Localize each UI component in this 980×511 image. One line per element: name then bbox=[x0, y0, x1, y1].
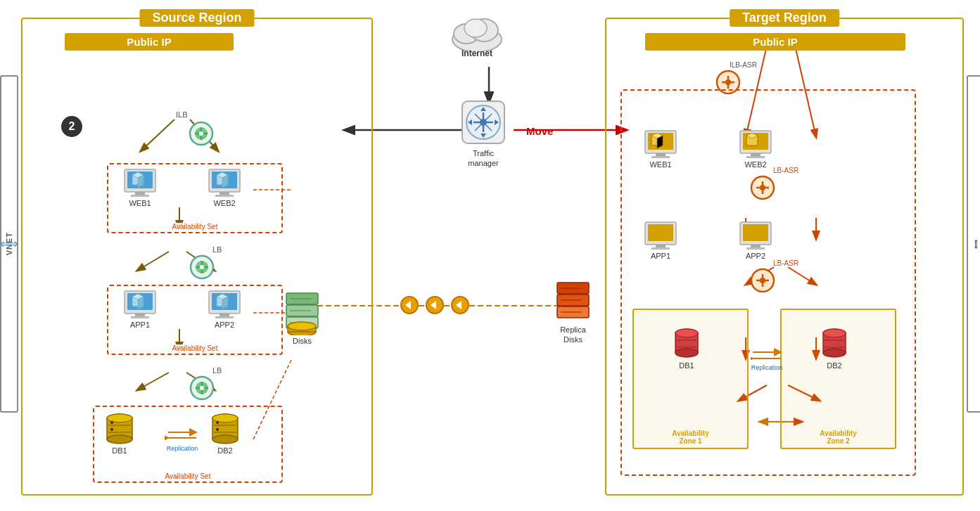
target-db1: DB1 bbox=[673, 328, 701, 370]
source-app1: APP1 bbox=[122, 290, 158, 329]
source-public-ip-banner: Public IP bbox=[65, 33, 234, 51]
svg-point-71 bbox=[107, 435, 132, 444]
replication-dots bbox=[400, 295, 470, 315]
move-text: Move bbox=[526, 125, 553, 137]
svg-rect-34 bbox=[131, 195, 149, 197]
svg-rect-60 bbox=[215, 316, 234, 318]
target-region-label: Target Region bbox=[730, 9, 839, 27]
badge-2: 2 bbox=[61, 116, 82, 137]
ilb-label: ILB bbox=[176, 110, 188, 119]
svg-rect-40 bbox=[219, 192, 229, 195]
vnet-asr-sidebar: ⟺ bbox=[967, 75, 980, 413]
source-db2: DB2 bbox=[210, 413, 240, 455]
target-web2: WEB2 bbox=[738, 129, 773, 169]
app-avail-set: Availability Set APP1 bbox=[107, 285, 283, 355]
svg-rect-139 bbox=[648, 224, 673, 241]
web-avail-set-label: Availability Set bbox=[172, 223, 218, 231]
source-app2-label: APP2 bbox=[215, 321, 234, 329]
source-web2-label: WEB2 bbox=[213, 199, 235, 207]
source-region: Source Region Public IP VNET ⟺ 99.95% SL… bbox=[21, 18, 373, 496]
source-lb2-icon bbox=[189, 375, 215, 403]
svg-rect-52 bbox=[135, 313, 145, 316]
source-region-label: Source Region bbox=[139, 9, 254, 27]
source-disks: Disks bbox=[283, 290, 322, 345]
svg-point-86 bbox=[216, 428, 219, 431]
svg-rect-124 bbox=[651, 156, 670, 158]
source-db1: DB1 bbox=[105, 413, 134, 455]
source-web2: WEB2 bbox=[207, 168, 242, 207]
web-avail-set: Availability Set WEB1 bbox=[107, 163, 283, 233]
svg-rect-131 bbox=[746, 156, 765, 158]
svg-point-159 bbox=[823, 329, 846, 337]
traffic-manager-label: Trafficmanager bbox=[468, 148, 498, 169]
target-public-ip-banner: Public IP bbox=[645, 33, 905, 51]
move-label: Move bbox=[526, 125, 553, 138]
az1-label: AvailabilityZone 1 bbox=[672, 429, 708, 445]
target-region: Target Region Public IP ⟺ VNET-ASR 99.99… bbox=[605, 18, 964, 496]
svg-rect-144 bbox=[751, 245, 761, 247]
svg-point-49 bbox=[200, 265, 204, 269]
svg-point-158 bbox=[823, 349, 846, 357]
target-web2-label: WEB2 bbox=[744, 160, 766, 169]
replica-disks-label: ReplicaDisks bbox=[560, 325, 586, 345]
diagram-container: Source Region Public IP VNET ⟺ 99.95% SL… bbox=[0, 0, 980, 511]
source-ilb-icon bbox=[189, 121, 214, 149]
source-web1-label: WEB1 bbox=[129, 199, 151, 207]
target-lb-asr-2-icon bbox=[750, 268, 775, 296]
svg-rect-59 bbox=[219, 313, 229, 316]
svg-rect-130 bbox=[751, 153, 761, 156]
svg-rect-141 bbox=[651, 247, 670, 250]
source-db2-label: DB2 bbox=[217, 446, 232, 455]
disks-label: Disks bbox=[293, 337, 312, 345]
az1-box: AvailabilityZone 1 DB1 bbox=[632, 309, 749, 449]
target-db1-label: DB1 bbox=[679, 361, 694, 370]
svg-rect-41 bbox=[215, 195, 234, 197]
target-app1: APP1 bbox=[643, 221, 678, 260]
svg-point-85 bbox=[216, 421, 219, 424]
lb-asr-label-2: LB-ASR bbox=[773, 259, 798, 267]
svg-point-153 bbox=[675, 329, 698, 337]
source-replication-arrows: Replication bbox=[165, 427, 200, 452]
target-replication-label: Replication bbox=[751, 364, 783, 371]
svg-point-76 bbox=[110, 428, 113, 431]
svg-point-149 bbox=[760, 278, 765, 283]
db-avail-set-label: Availability Set bbox=[165, 472, 211, 480]
target-app1-label: APP1 bbox=[651, 252, 670, 260]
svg-point-120 bbox=[725, 79, 731, 85]
source-app2: APP2 bbox=[207, 290, 242, 329]
source-replication-label: Replication bbox=[167, 445, 198, 452]
svg-point-95 bbox=[288, 322, 316, 330]
svg-point-152 bbox=[675, 349, 698, 357]
svg-rect-140 bbox=[656, 245, 666, 247]
svg-point-30 bbox=[199, 131, 203, 136]
svg-rect-143 bbox=[743, 224, 768, 241]
target-web1-label: WEB1 bbox=[649, 160, 671, 169]
target-replication: Replication bbox=[751, 347, 783, 371]
svg-point-72 bbox=[107, 414, 132, 422]
target-web1: WEB1 bbox=[643, 129, 678, 169]
lb-label-1: LB bbox=[212, 245, 222, 254]
vnet-sidebar: VNET ⟺ bbox=[0, 75, 18, 413]
source-db1-label: DB1 bbox=[112, 446, 127, 455]
svg-point-82 bbox=[212, 414, 238, 422]
svg-rect-53 bbox=[131, 316, 149, 318]
svg-point-81 bbox=[212, 435, 238, 444]
source-app1-label: APP1 bbox=[130, 321, 150, 329]
target-lb-asr-1-icon bbox=[750, 175, 775, 203]
svg-rect-123 bbox=[656, 153, 666, 156]
source-lb1-icon bbox=[189, 254, 215, 283]
internet-section: Internet bbox=[449, 13, 505, 58]
svg-rect-33 bbox=[135, 192, 145, 195]
az2-label: AvailabilityZone 2 bbox=[820, 429, 856, 445]
ilb-asr-label: ILB-ASR bbox=[730, 61, 757, 69]
svg-point-68 bbox=[200, 386, 204, 390]
db-avail-set: Availability Set DB1 bbox=[93, 406, 283, 483]
app-avail-set-label: Availability Set bbox=[172, 344, 218, 352]
target-db2: DB2 bbox=[820, 328, 848, 370]
target-app2-label: APP2 bbox=[746, 252, 765, 260]
target-dashed-box: WEB1 WEB2 LB-ASR bbox=[621, 89, 916, 476]
target-db2-label: DB2 bbox=[827, 361, 841, 370]
lb-asr-label-1: LB-ASR bbox=[773, 167, 798, 174]
lb-label-2: LB bbox=[212, 366, 222, 375]
replica-disks: ReplicaDisks bbox=[554, 279, 592, 345]
